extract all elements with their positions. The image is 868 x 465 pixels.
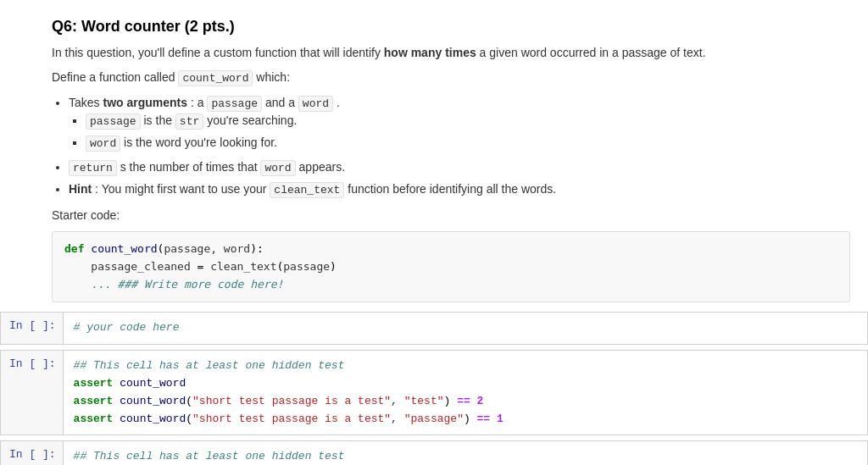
cell-2-label: In [ ]: — [1, 351, 64, 435]
starter-label: Starter code: — [52, 207, 850, 224]
hint-label: Hint — [69, 182, 92, 196]
starter-code-block: def count_word(passage, word): passage_c… — [52, 231, 850, 302]
passage-code: passage — [207, 96, 262, 112]
intro-paragraph: In this question, you'll define a custom… — [52, 44, 850, 62]
markdown-cell: Q6: Word counter (2 pts.) In this questi… — [0, 8, 868, 312]
question-title: Q6: Word counter (2 pts.) — [52, 18, 850, 36]
word-return-code: word — [260, 160, 295, 176]
cell-1-label: In [ ]: — [1, 313, 64, 344]
cell-3-content[interactable]: ## This cell has at least one hidden tes… — [64, 441, 867, 465]
bullet-arguments: Takes two arguments : a passage and a wo… — [69, 94, 850, 152]
str-code: str — [175, 113, 203, 130]
cell-1-comment: # your code here — [74, 321, 180, 334]
intro-bold: how many times — [384, 46, 476, 59]
notebook: Q6: Word counter (2 pts.) In this questi… — [0, 0, 868, 465]
cell-1-content[interactable]: # your code here — [64, 313, 867, 344]
word-inline: word — [86, 136, 120, 152]
code-cell-2[interactable]: In [ ]: ## This cell has at least one hi… — [0, 350, 868, 435]
sub-list: passage is the str you're searching. wor… — [86, 112, 850, 152]
code-cell-1[interactable]: In [ ]: # your code here — [0, 312, 868, 345]
cell-2-content[interactable]: ## This cell has at least one hidden tes… — [64, 351, 867, 435]
sub-bullet-word: word is the word you're looking for. — [86, 134, 850, 152]
code-cell-3[interactable]: In [ ]: ## This cell has at least one hi… — [0, 440, 868, 465]
bullet-return: return s the number of times that word a… — [69, 158, 850, 177]
define-paragraph: Define a function called count_word whic… — [52, 69, 850, 87]
bullet-hint: Hint : You might first want to use your … — [69, 180, 850, 199]
clean-text-code: clean_text — [270, 182, 344, 198]
sub-bullet-passage: passage is the str you're searching. — [86, 112, 850, 130]
main-list: Takes two arguments : a passage and a wo… — [69, 94, 850, 199]
intro-end: a given word occurred in a passage of te… — [480, 46, 706, 59]
cell-2-line-3: assert count_word("short test passage is… — [74, 393, 857, 411]
define-code: count_word — [178, 70, 253, 86]
passage-inline: passage — [86, 113, 141, 130]
cell-2-line-2: assert count_word — [74, 375, 857, 393]
cell-3-label: In [ ]: — [1, 441, 64, 465]
word-code: word — [298, 96, 333, 112]
cell-3-line-1: ## This cell has at least one hidden tes… — [74, 448, 857, 465]
return-code: return — [69, 160, 117, 176]
cell-2-line-4: assert count_word("short test passage is… — [74, 411, 857, 429]
cell-2-line-1: ## This cell has at least one hidden tes… — [74, 357, 857, 375]
intro-text: In this question, you'll define a custom… — [52, 46, 381, 59]
